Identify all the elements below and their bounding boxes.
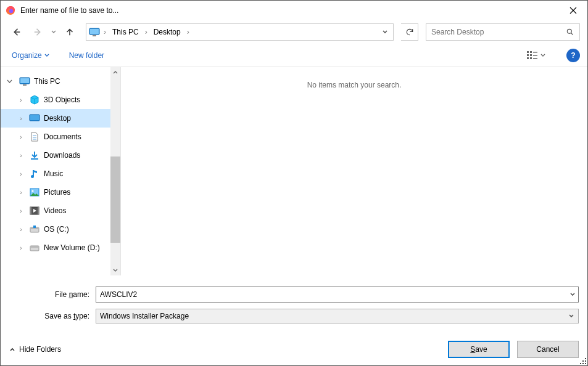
expand-icon[interactable]: ›	[17, 245, 25, 251]
svg-rect-13	[533, 55, 537, 56]
filetype-combobox[interactable]: Windows Installer Package	[96, 309, 579, 323]
expand-icon[interactable]: ›	[17, 226, 25, 233]
new-folder-button[interactable]: New folder	[65, 49, 108, 62]
scroll-down-icon[interactable]	[110, 266, 120, 275]
tree-node-downloads[interactable]: › Downloads	[1, 146, 120, 165]
footer: Hide Folders Save Cancel	[1, 333, 587, 365]
save-form: File name: Save as type: Windows Install…	[1, 275, 587, 333]
cancel-button[interactable]: Cancel	[517, 341, 579, 358]
svg-point-33	[585, 360, 586, 362]
svg-rect-12	[533, 52, 537, 53]
svg-rect-28	[33, 226, 36, 228]
tree-node-label: This PC	[34, 77, 60, 86]
help-button[interactable]: ?	[566, 49, 580, 62]
tree-node-label: Pictures	[44, 188, 70, 197]
tree-node-label: Music	[44, 169, 63, 178]
tree-node-new-volume-d[interactable]: › New Volume (D:)	[1, 238, 120, 257]
collapse-icon[interactable]	[7, 79, 15, 84]
recent-locations-dropdown[interactable]	[50, 30, 57, 35]
refresh-button[interactable]	[401, 23, 418, 41]
address-bar[interactable]: › This PC › Desktop ›	[86, 23, 394, 41]
svg-rect-9	[530, 51, 532, 53]
up-button[interactable]	[61, 23, 78, 41]
expand-icon[interactable]: ›	[17, 97, 25, 104]
svg-point-32	[582, 363, 584, 364]
folder-tree: This PC › 3D Objects › Desktop › Documen…	[1, 67, 121, 275]
filename-label: File name:	[9, 290, 96, 299]
this-pc-icon	[19, 76, 30, 87]
svg-rect-19	[30, 115, 39, 120]
svg-rect-10	[530, 54, 532, 56]
filename-input[interactable]	[100, 290, 574, 299]
search-input[interactable]	[431, 28, 566, 36]
svg-rect-6	[527, 51, 529, 53]
expand-icon[interactable]: ›	[17, 152, 25, 159]
svg-rect-8	[527, 57, 529, 59]
tree-node-label: 3D Objects	[44, 96, 80, 104]
drive-icon	[29, 242, 40, 253]
tree-node-3d-objects[interactable]: › 3D Objects	[1, 91, 120, 109]
resize-grip-icon[interactable]	[579, 357, 587, 365]
chevron-up-icon	[9, 346, 15, 352]
tree-node-label: Desktop	[44, 114, 71, 123]
title-bar: Enter name of file to save to...	[1, 1, 587, 20]
file-list-pane[interactable]: No items match your search.	[121, 67, 587, 275]
tree-node-desktop[interactable]: › Desktop	[1, 109, 120, 128]
expand-icon[interactable]: ›	[17, 134, 25, 140]
tree-node-label: Videos	[44, 206, 66, 215]
organize-menu[interactable]: Organize	[8, 49, 53, 62]
navigation-bar: › This PC › Desktop ›	[1, 20, 587, 44]
desktop-icon	[29, 113, 40, 124]
documents-icon	[29, 131, 40, 142]
svg-rect-16	[20, 78, 29, 83]
chevron-right-icon[interactable]: ›	[143, 28, 150, 36]
breadcrumb-this-pc[interactable]: This PC	[109, 25, 143, 39]
expand-icon[interactable]: ›	[17, 208, 25, 214]
svg-rect-24	[30, 207, 31, 214]
svg-point-5	[567, 29, 571, 33]
scroll-up-icon[interactable]	[110, 67, 120, 77]
firefox-icon	[6, 6, 15, 15]
chevron-right-icon[interactable]: ›	[184, 28, 192, 36]
svg-point-35	[582, 360, 584, 362]
forward-button[interactable]	[29, 23, 46, 41]
search-icon[interactable]	[566, 28, 574, 36]
this-pc-icon	[88, 25, 101, 39]
music-icon	[29, 168, 40, 179]
address-dropdown[interactable]	[378, 29, 392, 35]
body-pane: This PC › 3D Objects › Desktop › Documen…	[1, 67, 587, 275]
filename-field[interactable]	[96, 287, 579, 303]
tree-scrollbar[interactable]	[110, 67, 120, 275]
empty-message: No items match your search.	[307, 81, 402, 89]
hide-folders-button[interactable]: Hide Folders	[9, 345, 61, 354]
tree-node-videos[interactable]: › Videos	[1, 201, 120, 220]
tree-node-documents[interactable]: › Documents	[1, 128, 120, 146]
tree-node-os-c[interactable]: › OS (C:)	[1, 220, 120, 238]
downloads-icon	[29, 150, 40, 161]
svg-rect-17	[23, 84, 27, 86]
view-options-button[interactable]	[524, 49, 548, 62]
toolbar: Organize New folder ?	[1, 44, 587, 67]
svg-point-36	[585, 358, 586, 359]
chevron-right-icon[interactable]: ›	[101, 28, 109, 36]
filename-dropdown[interactable]	[569, 291, 576, 298]
tree-node-pictures[interactable]: › Pictures	[1, 183, 120, 201]
expand-icon[interactable]: ›	[17, 171, 25, 177]
svg-rect-7	[527, 54, 529, 56]
tree-node-music[interactable]: › Music	[1, 165, 120, 183]
svg-rect-11	[530, 57, 532, 59]
svg-point-22	[32, 190, 34, 192]
back-button[interactable]	[8, 23, 25, 41]
breadcrumb-desktop[interactable]: Desktop	[150, 25, 184, 39]
close-button[interactable]	[559, 1, 587, 20]
scroll-thumb[interactable]	[110, 157, 120, 243]
videos-icon	[29, 205, 40, 216]
expand-icon[interactable]: ›	[17, 115, 25, 122]
view-icon	[527, 51, 538, 60]
svg-point-1	[9, 9, 13, 13]
search-box[interactable]	[426, 23, 580, 41]
tree-node-this-pc[interactable]: This PC	[1, 72, 120, 91]
save-button[interactable]: Save	[448, 341, 510, 358]
svg-rect-4	[93, 35, 96, 36]
expand-icon[interactable]: ›	[17, 189, 25, 196]
